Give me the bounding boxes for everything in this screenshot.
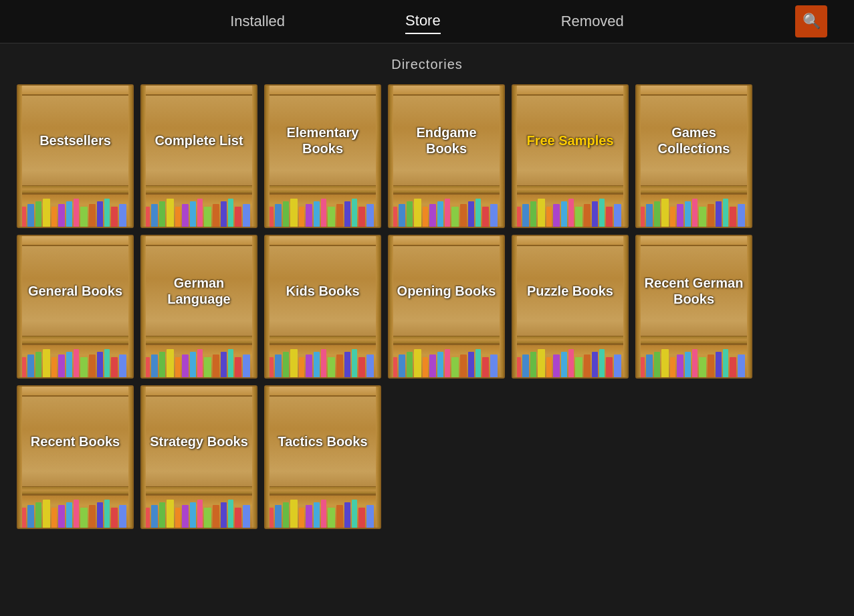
shelf-divider [265, 336, 380, 344]
books-row [265, 344, 380, 377]
books-row [389, 344, 504, 377]
shelf-middle: Puzzle Books [513, 246, 627, 336]
shelf-top [265, 86, 380, 96]
shelf-middle: Tactics Books [265, 397, 380, 486]
shelf-divider [18, 336, 132, 344]
search-icon: 🔍 [803, 13, 821, 30]
shelf-top [513, 236, 627, 246]
shelf-item-elementary-books[interactable]: Elementary Books [264, 84, 381, 228]
shelf-item-tactics-books[interactable]: Tactics Books [264, 385, 381, 529]
shelf-divider [637, 336, 751, 344]
shelf-label: Tactics Books [278, 433, 367, 449]
shelf-middle: Games Collections [637, 96, 751, 185]
shelf-item-german-language[interactable]: German Language [140, 235, 257, 379]
shelf-divider [513, 185, 627, 193]
shelf-label: Endgame Books [395, 124, 498, 157]
shelf-label: Puzzle Books [527, 283, 613, 299]
shelf-top [265, 387, 380, 397]
tab-installed[interactable]: Installed [230, 9, 285, 33]
shelf-label: Opening Books [397, 283, 496, 299]
shelf-middle: Strategy Books [142, 397, 256, 486]
books-row [637, 344, 751, 377]
shelf-divider [18, 185, 132, 193]
shelf-item-recent-german-books[interactable]: Recent German Books [635, 235, 752, 379]
shelf-divider [142, 486, 256, 494]
content-area: Directories Bestsellers Complete List El… [0, 43, 854, 542]
shelf-top [142, 86, 256, 96]
nav-tabs: Installed Store Removed [59, 9, 795, 34]
shelf-top [142, 387, 256, 397]
shelf-label: Kids Books [286, 283, 359, 299]
shelf-middle: Recent German Books [637, 246, 751, 336]
shelf-top [18, 236, 132, 246]
shelf-label: Complete List [154, 132, 243, 148]
shelf-divider [142, 336, 256, 344]
shelf-divider [265, 185, 380, 193]
shelf-top [142, 236, 256, 246]
shelf-middle: Free Samples [513, 96, 627, 185]
tab-removed[interactable]: Removed [561, 9, 624, 33]
shelf-item-strategy-books[interactable]: Strategy Books [140, 385, 257, 529]
shelf-label: General Books [28, 283, 122, 299]
shelf-item-endgame-books[interactable]: Endgame Books [388, 84, 505, 228]
shelf-middle: Elementary Books [265, 96, 380, 185]
shelf-divider [637, 185, 751, 193]
shelf-divider [389, 336, 504, 344]
shelf-middle: German Language [142, 246, 256, 336]
tab-store[interactable]: Store [405, 9, 441, 34]
shelf-label: Free Samples [526, 132, 613, 148]
shelf-top [637, 236, 751, 246]
section-title: Directories [13, 57, 841, 72]
shelf-item-general-books[interactable]: General Books [17, 235, 134, 379]
shelf-item-kids-books[interactable]: Kids Books [264, 235, 381, 379]
shelf-item-puzzle-books[interactable]: Puzzle Books [512, 235, 629, 379]
shelf-item-recent-books[interactable]: Recent Books [17, 385, 134, 529]
books-row [265, 494, 380, 528]
shelf-middle: Opening Books [389, 246, 504, 336]
shelf-label: Games Collections [642, 124, 746, 157]
shelf-item-complete-list[interactable]: Complete List [140, 84, 257, 228]
shelf-label: Recent Books [31, 433, 120, 449]
books-row [265, 193, 380, 227]
shelf-item-opening-books[interactable]: Opening Books [388, 235, 505, 379]
shelf-label: Strategy Books [150, 433, 248, 449]
search-button[interactable]: 🔍 [795, 5, 827, 37]
books-row [389, 193, 504, 227]
shelf-divider [142, 185, 256, 193]
shelf-top [389, 86, 504, 96]
books-row [637, 193, 751, 227]
shelf-top [513, 86, 627, 96]
shelf-top [18, 86, 132, 96]
directories-grid: Bestsellers Complete List Elementary Boo… [13, 84, 841, 529]
books-row [18, 193, 132, 227]
shelf-middle: Recent Books [18, 397, 132, 486]
shelf-divider [513, 336, 627, 344]
shelf-item-free-samples[interactable]: Free Samples [512, 84, 629, 228]
shelf-middle: Bestsellers [18, 96, 132, 185]
shelf-label: Bestsellers [39, 132, 111, 148]
shelf-top [18, 387, 132, 397]
shelf-middle: General Books [18, 246, 132, 336]
books-row [513, 344, 627, 377]
books-row [18, 344, 132, 377]
books-row [142, 193, 256, 227]
shelf-top [389, 236, 504, 246]
books-row [142, 344, 256, 377]
shelf-divider [18, 486, 132, 494]
shelf-middle: Kids Books [265, 246, 380, 336]
shelf-top [265, 236, 380, 246]
shelf-middle: Endgame Books [389, 96, 504, 185]
shelf-divider [265, 486, 380, 494]
shelf-top [637, 86, 751, 96]
nav-bar: Installed Store Removed 🔍 [0, 0, 854, 43]
books-row [513, 193, 627, 227]
shelf-label: German Language [147, 275, 251, 307]
shelf-label: Elementary Books [271, 124, 375, 157]
books-row [18, 494, 132, 528]
shelf-item-games-collections[interactable]: Games Collections [635, 84, 752, 228]
shelf-divider [389, 185, 504, 193]
shelf-label: Recent German Books [642, 275, 746, 307]
shelf-item-bestsellers[interactable]: Bestsellers [17, 84, 134, 228]
books-row [142, 494, 256, 528]
shelf-middle: Complete List [142, 96, 256, 185]
